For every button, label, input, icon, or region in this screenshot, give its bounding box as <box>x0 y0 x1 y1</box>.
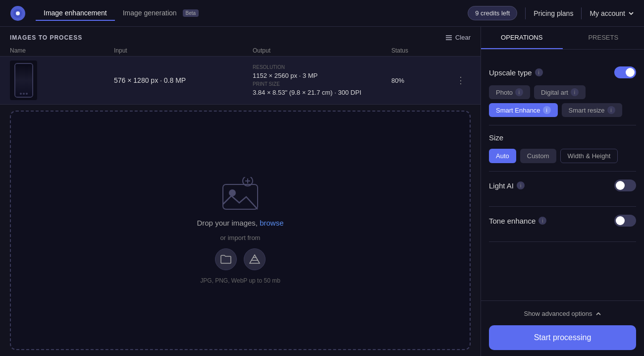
images-header: IMAGES TO PROCESS Clear <box>0 27 481 45</box>
logo <box>10 5 26 21</box>
tab-presets[interactable]: PRESETS <box>563 27 644 49</box>
table-row: 576 × 1280 px · 0.8 MP Resolution 1152 ×… <box>0 57 481 105</box>
upscale-toggle[interactable] <box>614 66 636 78</box>
upscale-info-icon[interactable]: i <box>535 68 543 76</box>
light-ai-section: Light AI i <box>489 172 636 207</box>
light-ai-toggle[interactable] <box>614 179 636 191</box>
digital-art-info-icon[interactable]: i <box>571 88 579 96</box>
image-thumbnail <box>10 60 37 100</box>
drop-zone[interactable]: Drop your images, browse or import from <box>10 111 471 350</box>
images-title: IMAGES TO PROCESS <box>10 34 82 41</box>
light-ai-info-icon[interactable]: i <box>517 181 525 189</box>
tone-enhance-info-icon[interactable]: i <box>538 217 546 225</box>
status-cell: 80% <box>391 77 451 84</box>
size-section: Size Auto Custom Width & Height <box>489 125 636 172</box>
smart-resize-type-btn[interactable]: Smart resize i <box>562 103 622 117</box>
browse-link[interactable]: browse <box>260 219 283 227</box>
tab-image-generation[interactable]: Image generation Beta <box>115 6 207 21</box>
advanced-options-toggle[interactable]: Show advanced options <box>489 307 636 320</box>
menu-lines-icon <box>445 34 452 41</box>
smart-enhance-type-btn[interactable]: Smart Enhance i <box>489 103 558 117</box>
nav-tabs: Image enhancement Image generation Beta <box>36 6 468 21</box>
smart-enhance-info-icon[interactable]: i <box>543 106 551 114</box>
folder-icon <box>220 255 231 264</box>
upscale-section-header: Upscale type i <box>489 66 636 78</box>
drive-import-button[interactable] <box>244 248 266 270</box>
clear-button[interactable]: Clear <box>445 34 471 41</box>
chevron-up-icon <box>595 311 601 317</box>
table-header: Name Input Output Status <box>0 45 481 57</box>
file-types-text: JPG, PNG, WebP up to 50 mb <box>200 277 280 284</box>
upscale-section: Upscale type i Photo i Digital art <box>489 59 636 125</box>
image-name-cell <box>10 60 114 100</box>
photo-info-icon[interactable]: i <box>515 88 523 96</box>
width-height-size-btn[interactable]: Width & Height <box>560 149 618 163</box>
folder-import-button[interactable] <box>215 248 237 270</box>
main-layout: IMAGES TO PROCESS Clear Name Input Outpu… <box>0 27 644 356</box>
tab-operations[interactable]: OPERATIONS <box>481 27 563 49</box>
tone-enhance-title: Tone enhance i <box>489 217 546 225</box>
right-panel: OPERATIONS PRESETS Upscale type i <box>481 27 644 356</box>
digital-art-type-btn[interactable]: Digital art i <box>534 85 586 99</box>
svg-marker-11 <box>250 255 260 263</box>
upscale-type-buttons: Photo i Digital art i Smart Enhance i Sm… <box>489 85 636 117</box>
output-cell: Resolution 1152 × 2560 px · 3 MP Print s… <box>253 64 391 96</box>
import-icons <box>215 248 266 270</box>
header-right: 9 credits left Pricing plans My account <box>468 6 634 20</box>
start-processing-button[interactable]: Start processing <box>489 325 636 350</box>
svg-point-7 <box>229 189 236 196</box>
ops-tabs: OPERATIONS PRESETS <box>481 27 644 50</box>
size-title: Size <box>489 133 503 142</box>
custom-size-btn[interactable]: Custom <box>520 149 556 163</box>
auto-size-btn[interactable]: Auto <box>489 149 516 163</box>
tone-enhance-toggle[interactable] <box>614 215 636 227</box>
divider2 <box>581 7 582 19</box>
cloud-drive-icon <box>249 254 260 264</box>
upscale-title: Upscale type i <box>489 68 543 77</box>
drop-text: Drop your images, browse <box>197 219 283 227</box>
credits-badge: 9 credits left <box>468 6 517 20</box>
tone-enhance-header: Tone enhance i <box>489 215 636 227</box>
ops-content: Upscale type i Photo i Digital art <box>481 50 644 300</box>
svg-point-2 <box>16 11 20 15</box>
more-options-button[interactable]: ⋮ <box>451 75 471 86</box>
size-options: Auto Custom Width & Height <box>489 149 636 163</box>
input-cell: 576 × 1280 px · 0.8 MP <box>114 76 253 84</box>
light-ai-header: Light AI i <box>489 179 636 191</box>
beta-badge: Beta <box>183 9 199 17</box>
pricing-link[interactable]: Pricing plans <box>534 9 573 17</box>
divider <box>525 7 526 19</box>
smart-resize-info-icon[interactable]: i <box>607 106 615 114</box>
tone-enhance-section: Tone enhance i <box>489 207 636 242</box>
image-placeholder-icon <box>220 177 260 212</box>
svg-rect-6 <box>223 184 258 209</box>
my-account[interactable]: My account <box>590 9 634 17</box>
photo-type-btn[interactable]: Photo i <box>489 85 530 99</box>
left-panel: IMAGES TO PROCESS Clear Name Input Outpu… <box>0 27 481 356</box>
tab-image-enhancement[interactable]: Image enhancement <box>36 6 115 21</box>
bottom-actions: Show advanced options Start processing <box>481 300 644 356</box>
header: Image enhancement Image generation Beta … <box>0 0 644 27</box>
light-ai-title: Light AI i <box>489 181 525 190</box>
import-text: or import from <box>220 234 261 241</box>
size-section-header: Size <box>489 133 636 142</box>
chevron-down-icon <box>628 10 634 16</box>
